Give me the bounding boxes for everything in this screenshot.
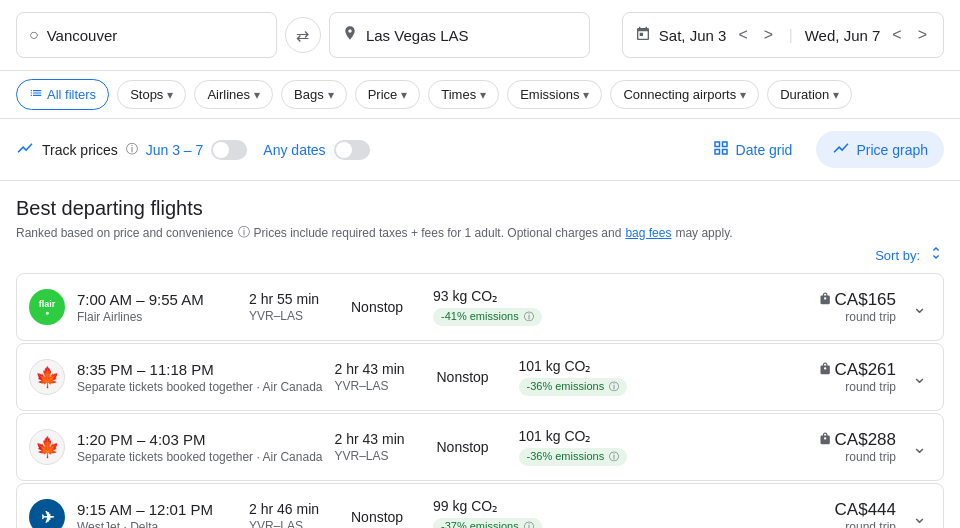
results-header: Best departing flights Ranked based on p… xyxy=(0,181,960,245)
date-grid-label: Date grid xyxy=(736,142,793,158)
flair-bag-icon xyxy=(817,292,831,309)
flight-card-flair[interactable]: flair● 7:00 AM – 9:55 AM Flair Airlines … xyxy=(16,273,944,341)
flight-times-flair: 7:00 AM – 9:55 AM Flair Airlines xyxy=(77,291,237,324)
aircanada2-co2: 101 kg CO₂ xyxy=(519,428,659,444)
connecting-label: Connecting airports xyxy=(623,87,736,102)
flair-duration: 2 hr 55 min xyxy=(249,291,339,307)
swap-button[interactable]: ⇄ xyxy=(285,17,321,53)
filter-stops[interactable]: Stops ▾ xyxy=(117,80,186,109)
flight-duration-flair: 2 hr 55 min YVR–LAS xyxy=(249,291,339,323)
westjet-co2: 99 kg CO₂ xyxy=(433,498,573,514)
track-prices-toggle[interactable] xyxy=(211,140,247,160)
aircanada1-emissions-info-icon[interactable]: ⓘ xyxy=(609,381,619,392)
westjet-expand-button[interactable]: ⌄ xyxy=(908,502,931,528)
filter-price[interactable]: Price ▾ xyxy=(355,80,421,109)
flight-times-westjet: 9:15 AM – 12:01 PM WestJet · Delta xyxy=(77,501,237,529)
any-dates-toggle[interactable] xyxy=(334,140,370,160)
westjet-price-note: round trip xyxy=(776,520,896,528)
track-prices-toggle-knob xyxy=(213,142,229,158)
sort-label-text: Sort by: xyxy=(875,248,920,263)
flair-co2: 93 kg CO₂ xyxy=(433,288,573,304)
aircanada2-emissions-badge: -36% emissions ⓘ xyxy=(519,448,628,466)
flair-price: CA$165 xyxy=(835,290,896,310)
flight-times-aircanada2: 1:20 PM – 4:03 PM Separate tickets booke… xyxy=(77,431,323,464)
subtitle-info-icon[interactable]: ⓘ xyxy=(238,224,250,241)
airlines-chevron-icon: ▾ xyxy=(254,88,260,102)
filters-bar: All filters Stops ▾ Airlines ▾ Bags ▾ Pr… xyxy=(0,71,960,119)
track-date-range: Jun 3 – 7 xyxy=(146,142,204,158)
date-grid-icon xyxy=(712,139,730,160)
filter-connecting-airports[interactable]: Connecting airports ▾ xyxy=(610,80,759,109)
filter-duration[interactable]: Duration ▾ xyxy=(767,80,852,109)
westjet-route: YVR–LAS xyxy=(249,519,339,528)
all-filters-button[interactable]: All filters xyxy=(16,79,109,110)
flair-emissions: 93 kg CO₂ -41% emissions ⓘ xyxy=(433,288,573,326)
filter-times[interactable]: Times ▾ xyxy=(428,80,499,109)
aircanada2-expand-button[interactable]: ⌄ xyxy=(908,432,931,462)
aircanada2-emissions-info-icon[interactable]: ⓘ xyxy=(609,451,619,462)
flight-card-aircanada1[interactable]: 🍁 8:35 PM – 11:18 PM Separate tickets bo… xyxy=(16,343,944,411)
return-prev-button[interactable]: < xyxy=(888,22,905,48)
aircanada2-logo: 🍁 xyxy=(29,429,65,465)
aircanada1-emissions: 101 kg CO₂ -36% emissions ⓘ xyxy=(519,358,659,396)
sort-row: Sort by: xyxy=(0,245,960,273)
times-label: Times xyxy=(441,87,476,102)
connecting-chevron-icon: ▾ xyxy=(740,88,746,102)
track-prices-section: Track prices ⓘ Jun 3 – 7 xyxy=(16,139,247,160)
filter-bags[interactable]: Bags ▾ xyxy=(281,80,347,109)
westjet-stops: Nonstop xyxy=(351,509,421,525)
aircanada2-airline-name: Separate tickets booked together · Air C… xyxy=(77,450,323,464)
stops-label: Stops xyxy=(130,87,163,102)
aircanada2-route: YVR–LAS xyxy=(335,449,425,463)
track-info-icon[interactable]: ⓘ xyxy=(126,141,138,158)
destination-field[interactable]: Las Vegas LAS xyxy=(329,12,590,58)
aircanada2-price-section: CA$288 round trip xyxy=(776,430,896,464)
sort-icon xyxy=(928,245,944,265)
aircanada1-co2: 101 kg CO₂ xyxy=(519,358,659,374)
depart-prev-button[interactable]: < xyxy=(734,22,751,48)
westjet-emissions-info-icon[interactable]: ⓘ xyxy=(524,521,534,528)
aircanada1-stops: Nonstop xyxy=(437,369,507,385)
depart-next-button[interactable]: > xyxy=(760,22,777,48)
destination-pin-icon xyxy=(342,25,358,45)
results-subtitle: Ranked based on price and convenience ⓘ … xyxy=(16,224,944,241)
return-next-button[interactable]: > xyxy=(914,22,931,48)
aircanada2-duration: 2 hr 43 min xyxy=(335,431,425,447)
aircanada1-expand-button[interactable]: ⌄ xyxy=(908,362,931,392)
flight-card-westjet[interactable]: ✈ 9:15 AM – 12:01 PM WestJet · Delta 2 h… xyxy=(16,483,944,528)
origin-text: Vancouver xyxy=(47,27,118,44)
results-title: Best departing flights xyxy=(16,197,944,220)
date-separator: | xyxy=(789,27,793,43)
aircanada1-duration: 2 hr 43 min xyxy=(335,361,425,377)
duration-label: Duration xyxy=(780,87,829,102)
airlines-label: Airlines xyxy=(207,87,250,102)
depart-date-text: Sat, Jun 3 xyxy=(659,27,727,44)
sort-by-label[interactable]: Sort by: xyxy=(875,245,944,265)
flair-time-range: 7:00 AM – 9:55 AM xyxy=(77,291,237,308)
flair-price-section: CA$165 round trip xyxy=(776,290,896,324)
date-grid-button[interactable]: Date grid xyxy=(696,131,809,168)
depart-date-field[interactable]: Sat, Jun 3 < > | Wed, Jun 7 < > xyxy=(622,12,944,58)
flair-expand-button[interactable]: ⌄ xyxy=(908,292,931,322)
bag-fees-link[interactable]: bag fees xyxy=(625,226,671,240)
flair-emissions-info-icon[interactable]: ⓘ xyxy=(524,311,534,322)
destination-text: Las Vegas LAS xyxy=(366,27,469,44)
filter-airlines[interactable]: Airlines ▾ xyxy=(194,80,273,109)
ranked-text: Ranked based on price and convenience xyxy=(16,226,234,240)
aircanada1-bag-icon xyxy=(817,362,831,379)
flair-logo: flair● xyxy=(29,289,65,325)
aircanada2-price-note: round trip xyxy=(776,450,896,464)
flair-emissions-badge: -41% emissions ⓘ xyxy=(433,308,542,326)
filter-emissions[interactable]: Emissions ▾ xyxy=(507,80,602,109)
flight-duration-westjet: 2 hr 46 min YVR–LAS xyxy=(249,501,339,528)
price-graph-button[interactable]: Price graph xyxy=(816,131,944,168)
emissions-chevron-icon: ▾ xyxy=(583,88,589,102)
price-graph-icon xyxy=(832,139,850,160)
flights-list: flair● 7:00 AM – 9:55 AM Flair Airlines … xyxy=(0,273,960,528)
aircanada1-price-section: CA$261 round trip xyxy=(776,360,896,394)
origin-field[interactable]: ○ Vancouver xyxy=(16,12,277,58)
flight-card-aircanada2[interactable]: 🍁 1:20 PM – 4:03 PM Separate tickets boo… xyxy=(16,413,944,481)
track-prices-label: Track prices xyxy=(42,142,118,158)
aircanada2-stops: Nonstop xyxy=(437,439,507,455)
price-note-text: Prices include required taxes + fees for… xyxy=(254,226,622,240)
